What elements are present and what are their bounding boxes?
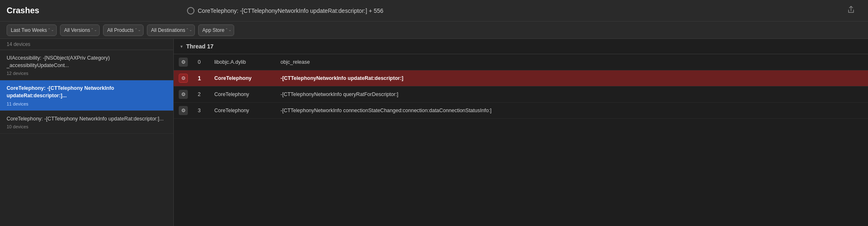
versions-select[interactable]: All Versions	[60, 24, 100, 36]
crash-item-devices: 11 devices	[7, 101, 167, 106]
stack-frames-table: ⚙ 0 libobjc.A.dylib objc_release ⚙ 1 Cor…	[174, 54, 868, 119]
gear-icon: ⚙	[179, 106, 188, 115]
appstore-filter-wrapper: App Store	[198, 24, 234, 36]
crash-list-item-selected[interactable]: CoreTelephony: -[CTTelephony NetworkInfo…	[0, 80, 173, 111]
products-select[interactable]: All Products	[103, 24, 144, 36]
page-title: Crashes	[7, 6, 39, 15]
frame-gear-cell: ⚙	[174, 103, 193, 119]
frame-symbol: -[CTTelephonyNetworkInfo updateRat:descr…	[276, 70, 868, 87]
frame-index: 0	[193, 54, 209, 70]
thread-header: ▾ Thread 17	[174, 39, 868, 54]
frame-symbol: -[CTTelephonyNetworkInfo queryRatForDesc…	[276, 87, 868, 103]
title-bar-right	[844, 4, 861, 17]
crash-detail-panel: ▾ Thread 17 ⚙ 0 libobjc.A.dylib objc_rel…	[174, 39, 868, 226]
destinations-filter-wrapper: All Destinations	[147, 24, 195, 36]
frame-library: libobjc.A.dylib	[209, 54, 276, 70]
time-range-filter-wrapper: Last Two Weeks	[7, 24, 57, 36]
crash-list-item[interactable]: UIAccessibility: -[NSObject(AXPriv Categ…	[0, 50, 173, 80]
crash-title: CoreTelephony: -[CTTelephonyNetworkInfo …	[198, 7, 384, 14]
device-count-text: 14 devices	[7, 41, 30, 47]
appstore-select[interactable]: App Store	[198, 24, 234, 36]
crash-list-item[interactable]: CoreTelephony: -[CTTelephony NetworkInfo…	[0, 111, 173, 134]
share-button[interactable]	[844, 4, 858, 17]
title-bar-left: Crashes	[7, 6, 180, 15]
stack-frame-row[interactable]: ⚙ 1 CoreTelephony -[CTTelephonyNetworkIn…	[174, 70, 868, 87]
thread-title: Thread 17	[186, 43, 213, 50]
title-bar: Crashes CoreTelephony: -[CTTelephonyNetw…	[0, 0, 868, 22]
crash-item-title: CoreTelephony: -[CTTelephony NetworkInfo…	[7, 115, 167, 123]
filter-bar: Last Two Weeks All Versions All Products…	[0, 22, 868, 39]
crash-item-devices: 10 devices	[7, 124, 167, 129]
crash-list: 14 devices UIAccessibility: -[NSObject(A…	[0, 39, 174, 226]
crash-item-title: UIAccessibility: -[NSObject(AXPriv Categ…	[7, 54, 167, 69]
main-content: 14 devices UIAccessibility: -[NSObject(A…	[0, 39, 868, 226]
thread-collapse-icon[interactable]: ▾	[180, 44, 183, 49]
frame-symbol: objc_release	[276, 54, 868, 70]
frame-library: CoreTelephony	[209, 103, 276, 119]
crash-item-devices: 12 devices	[7, 71, 167, 76]
frame-index: 2	[193, 87, 209, 103]
frame-library: CoreTelephony	[209, 87, 276, 103]
frame-gear-cell: ⚙	[174, 87, 193, 103]
crash-item-title: CoreTelephony: -[CTTelephony NetworkInfo…	[7, 84, 167, 99]
gear-icon: ⚙	[179, 58, 188, 67]
frame-library: CoreTelephony	[209, 70, 276, 87]
crash-status-icon	[187, 7, 194, 14]
products-filter-wrapper: All Products	[103, 24, 144, 36]
frame-index: 1	[193, 70, 209, 87]
frame-gear-cell: ⚙	[174, 54, 193, 70]
gear-icon: ⚙	[179, 74, 188, 83]
destinations-select[interactable]: All Destinations	[147, 24, 195, 36]
gear-icon: ⚙	[179, 90, 188, 99]
frame-index: 3	[193, 103, 209, 119]
stack-frame-row[interactable]: ⚙ 2 CoreTelephony -[CTTelephonyNetworkIn…	[174, 87, 868, 103]
frame-gear-cell: ⚙	[174, 70, 193, 87]
stack-frame-row[interactable]: ⚙ 0 libobjc.A.dylib objc_release	[174, 54, 868, 70]
versions-filter-wrapper: All Versions	[60, 24, 100, 36]
time-range-select[interactable]: Last Two Weeks	[7, 24, 57, 36]
device-count-header: 14 devices	[0, 39, 173, 50]
stack-frame-row[interactable]: ⚙ 3 CoreTelephony -[CTTelephonyNetworkIn…	[174, 103, 868, 119]
frame-symbol: -[CTTelephonyNetworkInfo connectionState…	[276, 103, 868, 119]
title-bar-main: CoreTelephony: -[CTTelephonyNetworkInfo …	[180, 7, 844, 14]
